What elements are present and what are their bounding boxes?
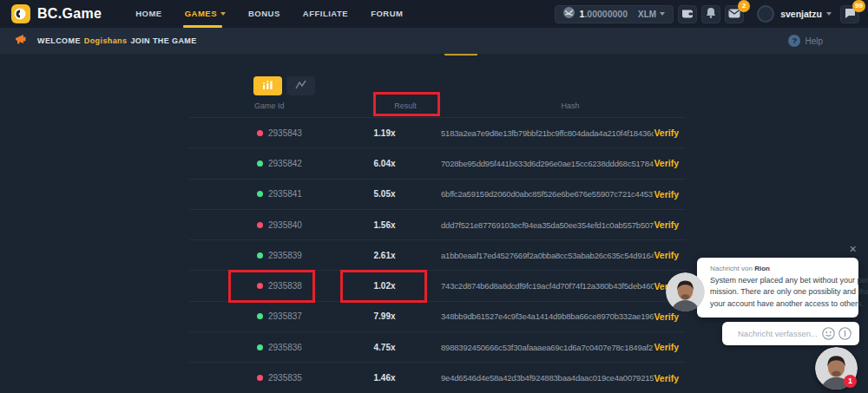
nav-item-games[interactable]: GAMES: [174, 0, 237, 28]
result-cell: 4.75x: [328, 343, 441, 352]
hash-cell: 6bffc2a59159d2060d0abc85f526e6be676e5590…: [441, 189, 654, 199]
column-hash: Hash: [561, 102, 579, 110]
column-game-id: Game Id: [254, 102, 285, 110]
chat-close-icon[interactable]: ✕: [849, 244, 857, 255]
chat-message-card: Nachricht von Rion System never placed a…: [697, 258, 858, 318]
hash-cell: 7028be95dd95f441b633d6d296e0ae15cc6238dd…: [441, 159, 654, 168]
top-header: BC.Game HOME GAMES BONUS AFFILIATE FORUM…: [0, 0, 868, 28]
table-row: 2935838 1.02x 743c2d874b6d8a8dcdf9fc19ac…: [189, 270, 686, 300]
result-cell: 1.02x: [328, 281, 441, 291]
xlm-coin-icon: [563, 6, 575, 22]
messages-badge: 2: [738, 0, 750, 12]
username-label[interactable]: svenjatzu: [780, 9, 822, 19]
messages-button[interactable]: 2: [725, 5, 744, 23]
verify-button[interactable]: Verify: [654, 128, 679, 138]
verify-button[interactable]: Verify: [654, 189, 679, 200]
verify-button[interactable]: Verify: [654, 219, 679, 230]
result-dot: [257, 191, 263, 197]
game-id-cell: 2935836: [189, 343, 328, 352]
hash-cell: 5183a2ea7e9d8e13fb79bbf21bc9ffc804dada4a…: [441, 128, 654, 138]
result-dot: [257, 160, 263, 167]
trend-view-button[interactable]: [286, 76, 315, 95]
table-row: 2935840 1.56x ddd7f521e87769103ecf94ea35…: [189, 209, 686, 239]
game-id-value: 2935835: [268, 373, 302, 383]
table-row: 2935842 6.04x 7028be95dd95f441b633d6d296…: [189, 147, 686, 178]
trend-chart-icon: [295, 78, 306, 94]
notifications-button[interactable]: [701, 5, 720, 23]
help-icon: ?: [788, 35, 800, 47]
help-link[interactable]: ? Help: [788, 35, 823, 47]
active-tab-underline: [183, 25, 222, 28]
bell-icon: [706, 6, 716, 22]
header-right: 1.00000000 XLM: [555, 5, 859, 23]
currency-label: XLM: [638, 10, 656, 19]
chat-button[interactable]: 99: [840, 5, 859, 23]
bcgame-logo-icon: [11, 4, 30, 23]
table-row: 2935835 1.46x 9e4d6546d4e58a42d3b4f92488…: [189, 362, 686, 392]
game-id-value: 2935837: [268, 311, 302, 321]
nav-item-bonus[interactable]: BONUS: [237, 0, 292, 28]
result-cell: 2.61x: [328, 251, 441, 260]
verify-button[interactable]: Verify: [654, 158, 679, 168]
table-row: 2935841 5.05x 6bffc2a59159d2060d0abc85f5…: [189, 179, 686, 209]
chat-badge: 99: [852, 0, 865, 12]
game-id-cell: 2935843: [189, 128, 328, 138]
table-row: 2935843 1.19x 5183a2ea7e9d8e13fb79bbf21b…: [189, 117, 686, 147]
game-history-table: 2935843 1.19x 5183a2ea7e9d8e13fb79bbf21b…: [189, 117, 686, 393]
hash-cell: 743c2d874b6d8a8dcdf9fc19acf4d70f74f12a38…: [441, 281, 654, 291]
bar-chart-icon: [262, 78, 273, 94]
nav-item-home[interactable]: HOME: [124, 0, 174, 28]
game-id-cell: 2935841: [189, 189, 328, 199]
logo[interactable]: BC.Game: [11, 4, 102, 23]
agent-avatar: [666, 272, 705, 311]
view-toggle-group: [253, 76, 315, 95]
chat-message-meta: Nachricht von Rion: [710, 265, 850, 272]
table-row: 2935836 4.75x 8988392450666c53f30afaaaea…: [189, 331, 686, 362]
result-cell: 1.46x: [328, 373, 441, 383]
game-id-cell: 2935838: [189, 281, 328, 291]
result-dot: [257, 375, 263, 381]
history-view-button[interactable]: [253, 76, 282, 95]
nav-item-forum[interactable]: FORUM: [359, 0, 414, 28]
hash-cell: ddd7f521e87769103ecf94ea35da50ee354efd1c…: [441, 220, 654, 230]
table-header: Game Id Result Hash: [189, 98, 686, 117]
result-dot: [257, 344, 263, 350]
chevron-down-icon: [660, 12, 665, 16]
game-id-value: 2935841: [268, 189, 302, 199]
result-dot: [257, 283, 263, 289]
chat-message-text: System never placed any bet without your…: [710, 275, 850, 310]
welcome-bar: WELCOMEDogishansJOIN THE GAME ? Help: [0, 28, 868, 54]
game-id-value: 2935842: [268, 159, 302, 168]
chat-input[interactable]: [738, 329, 819, 338]
game-id-value: 2935843: [268, 128, 302, 138]
user-avatar[interactable]: [757, 5, 774, 23]
game-id-value: 2935839: [268, 251, 302, 260]
result-cell: 7.99x: [328, 311, 441, 321]
result-dot: [257, 222, 263, 228]
hash-cell: 348bb9db61527e4c9f3e4a1414d9b8ba66ce8970…: [441, 311, 654, 321]
nav-item-affiliate[interactable]: AFFILIATE: [292, 0, 359, 28]
result-cell: 1.56x: [328, 220, 441, 230]
chat-input-bar: [722, 322, 859, 345]
result-dot: [257, 252, 263, 259]
emoji-icon[interactable]: [822, 327, 835, 340]
table-row: 2935839 2.61x a1bb0eaaf17ed4527669f2a0bb…: [189, 239, 686, 270]
welcome-username: Dogishans: [84, 36, 128, 45]
game-id-cell: 2935840: [189, 220, 328, 230]
hash-cell: a1bb0eaaf17ed4527669f2a0bba8cc53abab26c6…: [441, 251, 654, 260]
game-id-cell: 2935842: [189, 159, 328, 168]
verify-button[interactable]: Verify: [654, 250, 679, 260]
verify-button[interactable]: Verify: [654, 373, 679, 383]
attachment-icon[interactable]: [838, 327, 852, 340]
wallet-icon: [681, 6, 694, 22]
game-id-value: 2935840: [268, 220, 302, 230]
game-id-cell: 2935835: [189, 373, 328, 383]
result-cell: 1.19x: [328, 128, 441, 138]
column-result: Result: [394, 102, 417, 110]
verify-button[interactable]: Verify: [654, 342, 679, 352]
balance-selector[interactable]: 1.00000000 XLM: [555, 5, 674, 23]
game-id-cell: 2935839: [189, 251, 328, 260]
chevron-down-icon[interactable]: [826, 12, 832, 16]
wallet-button[interactable]: [678, 5, 697, 23]
verify-button[interactable]: Verify: [654, 311, 679, 322]
